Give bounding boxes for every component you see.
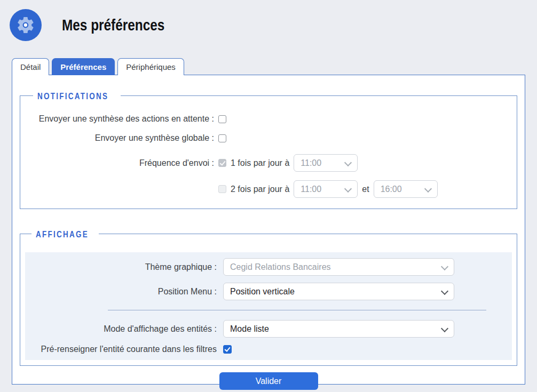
twice-time2-select: 16:00 [374, 180, 438, 198]
mode-affichage-select[interactable]: Mode liste [223, 320, 454, 338]
affichage-inner-panel: Thème graphique : Cegid Relations Bancai… [25, 252, 512, 360]
theme-select-wrap: Cegid Relations Bancaires [223, 258, 454, 276]
prefill-entity-label: Pré-renseigner l'entité courante dans le… [25, 345, 217, 354]
position-menu-select[interactable]: Position verticale [223, 283, 454, 300]
theme-select: Cegid Relations Bancaires [223, 258, 454, 276]
row-prefill-entity: Pré-renseigner l'entité courante dans le… [25, 345, 512, 357]
row-position-menu: Position Menu : Position verticale [25, 283, 512, 300]
form-footer: Valider [12, 372, 525, 390]
twice-time1-select-wrap: 11:00 [294, 180, 358, 198]
twice-per-day-label: 2 fois par jour à [231, 185, 289, 194]
row-frequence-once: Fréquence d'envoi : 1 fois par jour à 11… [27, 154, 510, 172]
row-theme: Thème graphique : Cegid Relations Bancai… [25, 258, 512, 276]
valider-button[interactable]: Valider [219, 372, 318, 390]
mode-affichage-label: Mode d'affichage des entités : [25, 324, 217, 334]
synthese-attente-label: Envoyer une synthèse des actions en atte… [27, 114, 214, 124]
notifications-legend: NOTIFICATIONS [33, 91, 121, 100]
frequence-label: Fréquence d'envoi : [27, 158, 214, 168]
position-menu-select-wrap: Position verticale [223, 283, 454, 300]
prefill-entity-checkbox[interactable] [223, 345, 232, 354]
affichage-divider [108, 310, 486, 310]
tab-preferences[interactable]: Préférences [52, 58, 115, 75]
once-time-select-wrap: 11:00 [294, 154, 358, 172]
row-frequence-twice: 2 fois par jour à 11:00 et 16:00 [27, 180, 510, 198]
twice-time1-select: 11:00 [294, 180, 358, 198]
page-header: Mes préférences [0, 0, 537, 44]
conjunction-label: et [362, 185, 369, 194]
page-title: Mes préférences [62, 17, 164, 34]
app-logo [10, 9, 42, 41]
affichage-section: AFFICHAGE Thème graphique : Cegid Relati… [20, 229, 517, 366]
synthese-globale-checkbox[interactable] [218, 134, 226, 142]
tab-peripheriques[interactable]: Périphériques [117, 58, 184, 75]
tab-content-panel: NOTIFICATIONS Envoyer une synthèse des a… [12, 75, 525, 385]
row-synthese-attente: Envoyer une synthèse des actions en atte… [27, 114, 510, 124]
once-per-day-label: 1 fois par jour à [231, 158, 289, 168]
synthese-attente-checkbox[interactable] [218, 115, 226, 123]
position-menu-label: Position Menu : [25, 287, 217, 297]
theme-label: Thème graphique : [25, 262, 217, 272]
notifications-section: NOTIFICATIONS Envoyer une synthèse des a… [20, 91, 517, 209]
once-per-day-checkbox [218, 159, 226, 167]
twice-time2-select-wrap: 16:00 [374, 180, 438, 198]
once-time-select: 11:00 [294, 154, 358, 172]
gear-icon [16, 15, 35, 35]
synthese-globale-label: Envoyer une synthèse globale : [27, 133, 214, 143]
tab-detail[interactable]: Détail [12, 58, 49, 75]
affichage-legend: AFFICHAGE [31, 229, 99, 238]
twice-per-day-checkbox [218, 185, 226, 193]
tab-bar: Détail Préférences Périphériques [12, 58, 537, 75]
row-mode-affichage: Mode d'affichage des entités : Mode list… [25, 320, 512, 338]
mode-affichage-select-wrap: Mode liste [223, 320, 454, 338]
row-synthese-globale: Envoyer une synthèse globale : [27, 133, 510, 143]
